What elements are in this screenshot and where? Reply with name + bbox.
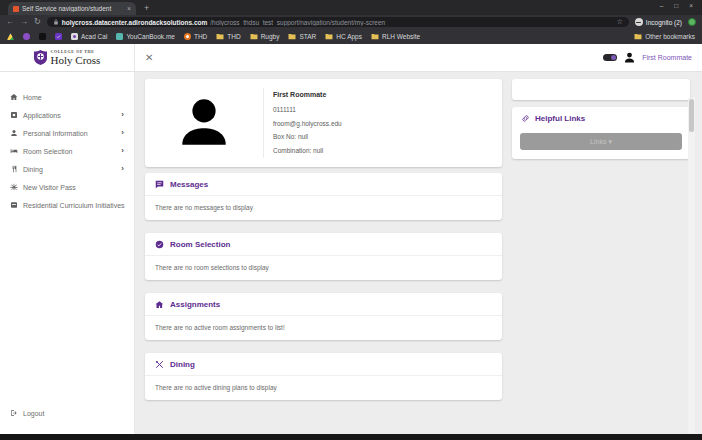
window-controls: – □ × xyxy=(660,0,702,9)
section-title: Assignments xyxy=(170,300,220,309)
bookmark-item[interactable]: THD xyxy=(184,33,207,40)
folder-icon xyxy=(371,33,379,40)
sidebar-item-personal-information[interactable]: Personal Information › xyxy=(0,124,134,142)
profile-email: froom@g.holycross.edu xyxy=(273,117,342,131)
profile-name: First Roommate xyxy=(273,88,342,103)
close-panel-icon[interactable]: ✕ xyxy=(145,52,153,63)
profile-combination: Combination: null xyxy=(273,144,342,158)
tab-close-icon[interactable]: × xyxy=(127,5,131,12)
shield-logo-icon xyxy=(34,50,47,65)
scrollbar-thumb[interactable] xyxy=(689,99,694,132)
section-body: There are no active dining plans to disp… xyxy=(145,376,502,400)
helpful-links-card: Helpful Links Links ▾ xyxy=(512,107,690,159)
chevron-right-icon: › xyxy=(121,111,124,119)
sidebar-nav: Home Applications › Personal Information… xyxy=(0,71,135,434)
page-scrollbar[interactable] xyxy=(688,98,695,434)
chevron-right-icon: › xyxy=(121,129,124,137)
sidebar-item-home[interactable]: Home xyxy=(0,88,134,106)
person-icon xyxy=(10,129,18,137)
tab-title: Self Service navigation/student xyxy=(22,5,124,12)
logo-line2: Holy Cross xyxy=(51,55,101,66)
bookmark-item[interactable] xyxy=(55,33,62,40)
message-icon xyxy=(155,180,164,189)
window-maximize-button[interactable]: □ xyxy=(674,2,678,9)
sidebar-item-residential-curriculum-initiatives[interactable]: Residential Curriculum Initiatives xyxy=(0,196,134,214)
incognito-icon xyxy=(635,18,643,26)
room-selection-card: Room Selection There are no room selecti… xyxy=(145,233,502,280)
bookmark-folder[interactable]: RLH Website xyxy=(371,33,420,40)
bookmark-item[interactable] xyxy=(23,33,30,40)
applications-icon xyxy=(10,111,18,119)
dining-icon xyxy=(10,165,18,173)
check-circle-icon xyxy=(155,240,164,249)
reload-button[interactable]: ↻ xyxy=(34,18,41,26)
main-content: First Roommate 0111111 froom@g.holycross… xyxy=(136,71,695,434)
section-title: Room Selection xyxy=(170,240,230,249)
window-bottom-edge xyxy=(0,434,702,440)
drive-icon xyxy=(7,33,14,40)
extension-icon[interactable] xyxy=(688,18,696,26)
window-minimize-button[interactable]: – xyxy=(660,2,664,9)
browser-tab[interactable]: Self Service navigation/student × xyxy=(8,2,136,15)
incognito-label: Incognito (2) xyxy=(646,19,682,26)
section-body: There are no room selections to display xyxy=(145,256,502,280)
theme-toggle[interactable] xyxy=(603,54,617,61)
sidebar-item-new-visitor-pass[interactable]: New Visitor Pass xyxy=(0,178,134,196)
other-bookmarks[interactable]: Other bookmarks xyxy=(634,33,695,40)
forward-button[interactable]: → xyxy=(20,18,28,26)
window-close-button[interactable]: × xyxy=(689,2,693,9)
sidebar-item-dining[interactable]: Dining › xyxy=(0,160,134,178)
profile-card: First Roommate 0111111 froom@g.holycross… xyxy=(145,79,502,167)
home-icon xyxy=(10,93,18,101)
logout-icon xyxy=(10,409,18,417)
back-button[interactable]: ← xyxy=(6,18,14,26)
holy-cross-logo[interactable]: COLLEGE OF THE Holy Cross xyxy=(0,44,135,71)
bookmark-item[interactable] xyxy=(39,33,46,40)
incognito-profile-chip[interactable]: Incognito (2) xyxy=(635,18,682,26)
app-page: COLLEGE OF THE Holy Cross ✕ First Roomma… xyxy=(0,44,702,434)
profile-student-id: 0111111 xyxy=(273,103,342,117)
sidebar-item-applications[interactable]: Applications › xyxy=(0,106,134,124)
tab-favicon-icon xyxy=(13,6,19,12)
folder-icon xyxy=(250,33,258,40)
link-icon xyxy=(521,114,530,123)
bed-icon xyxy=(10,147,18,155)
helpful-links-title: Helpful Links xyxy=(535,114,585,123)
folder-icon xyxy=(634,33,642,40)
teal-site-icon xyxy=(116,33,123,40)
header-user-name[interactable]: First Roommate xyxy=(642,54,692,61)
bookmark-folder[interactable]: Rugby xyxy=(250,33,280,40)
browser-toolbar: ← → ↻ holycross.datacenter.adirondacksol… xyxy=(0,15,702,29)
sidebar-item-room-selection[interactable]: Room Selection › xyxy=(0,142,134,160)
section-title: Dining xyxy=(170,360,195,369)
user-avatar-icon[interactable] xyxy=(623,51,636,64)
logo-line1: COLLEGE OF THE xyxy=(51,50,101,54)
bookmark-item[interactable]: YouCanBook.me xyxy=(116,33,175,40)
bookmark-item[interactable] xyxy=(7,33,14,40)
visitor-pass-icon xyxy=(10,183,18,191)
url-path: /holycross_thdsu_test_support/navigation… xyxy=(210,19,609,26)
links-dropdown-button[interactable]: Links ▾ xyxy=(520,133,682,150)
assignments-card: Assignments There are no active room ass… xyxy=(145,293,502,340)
app-header: COLLEGE OF THE Holy Cross ✕ First Roomma… xyxy=(0,44,702,72)
house-icon xyxy=(155,300,164,309)
bookmark-folder[interactable]: THD xyxy=(216,33,240,40)
bookmark-folder[interactable]: STAR xyxy=(288,33,316,40)
bookmark-item[interactable]: Acad Cal xyxy=(71,33,107,40)
bookmark-star-icon[interactable]: ☆ xyxy=(617,18,623,26)
orange-site-icon xyxy=(184,33,191,40)
profile-box-number: Box No: null xyxy=(273,130,342,144)
folder-icon xyxy=(288,33,296,40)
profile-avatar-icon xyxy=(145,92,263,154)
logout-button[interactable]: Logout xyxy=(0,404,134,422)
empty-card xyxy=(512,79,690,100)
black-site-icon xyxy=(39,33,46,40)
purple-check-icon xyxy=(55,33,62,40)
address-bar[interactable]: holycross.datacenter.adirondacksolutions… xyxy=(47,17,629,27)
section-title: Messages xyxy=(170,180,208,189)
lock-icon xyxy=(53,19,59,25)
folder-icon xyxy=(216,33,224,40)
new-tab-button[interactable]: + xyxy=(144,3,149,13)
chevron-right-icon: › xyxy=(121,165,124,173)
bookmark-folder[interactable]: HC Apps xyxy=(325,33,362,40)
